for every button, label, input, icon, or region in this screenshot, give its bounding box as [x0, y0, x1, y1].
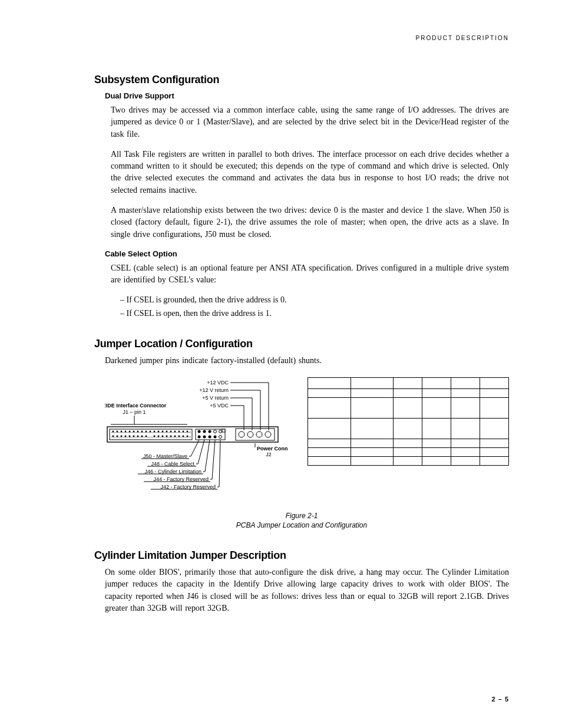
paragraph: CSEL (cable select) is an optional featu… [111, 262, 509, 286]
svg-point-36 [117, 436, 118, 437]
svg-point-28 [162, 431, 164, 433]
svg-point-49 [174, 436, 176, 437]
paragraph: Darkened jumper pins indicate factory-in… [105, 355, 509, 367]
svg-point-29 [166, 431, 168, 433]
figure-title: PCBA Jumper Location and Configuration [236, 521, 367, 529]
figure-number: Figure 2-1 [286, 512, 318, 520]
svg-point-40 [133, 436, 135, 437]
svg-point-50 [178, 436, 180, 437]
subheading-dual-drive-support: Dual Drive Support [105, 91, 509, 102]
svg-point-63 [219, 436, 222, 439]
svg-point-35 [113, 436, 114, 437]
svg-point-45 [158, 436, 160, 437]
svg-point-67 [247, 431, 253, 437]
paragraph: Two drives may be accessed via a common … [111, 104, 509, 140]
svg-point-56 [209, 430, 211, 433]
svg-point-58 [219, 430, 222, 433]
pcba-diagram: +12 VDC +12 V return +5 V return +5 VDC … [105, 377, 287, 499]
paragraph: On some older BIOS', primarily those tha… [105, 566, 509, 614]
svg-point-52 [187, 436, 189, 437]
page: PRODUCT DESCRIPTION Subsystem Configurat… [0, 0, 562, 728]
svg-point-27 [158, 431, 160, 433]
label-5vret: +5 V return [202, 395, 229, 401]
svg-point-30 [170, 431, 172, 433]
svg-point-42 [141, 436, 143, 437]
svg-point-19 [125, 431, 127, 433]
label-12vret: +12 V return [199, 387, 229, 393]
svg-point-62 [214, 436, 217, 439]
svg-point-61 [209, 436, 211, 439]
svg-point-55 [203, 430, 206, 433]
heading-cylinder-limitation: Cylinder Limitation Jumper Description [94, 548, 509, 563]
bullet-item: – If CSEL is grounded, then the drive ad… [120, 294, 509, 306]
svg-point-22 [137, 431, 139, 433]
svg-line-73 [205, 440, 210, 472]
svg-point-18 [121, 431, 123, 433]
label-j2: J2 [266, 452, 272, 457]
heading-jumper-location: Jumper Location / Configuration [94, 336, 509, 351]
svg-point-25 [150, 431, 151, 433]
svg-point-39 [129, 436, 131, 437]
page-number: 2 – 5 [492, 695, 509, 704]
label-power-connector: Power Connector [257, 446, 287, 452]
paragraph: All Task File registers are written in p… [111, 149, 509, 196]
svg-point-59 [198, 436, 201, 439]
svg-point-54 [198, 430, 201, 433]
svg-point-41 [137, 436, 139, 437]
svg-line-72 [198, 440, 204, 464]
svg-point-68 [256, 431, 262, 437]
svg-point-21 [133, 431, 135, 433]
svg-point-34 [187, 431, 189, 433]
label-j1pin1: J1 – pin 1 [123, 409, 146, 415]
svg-point-26 [154, 431, 156, 433]
svg-point-17 [117, 431, 118, 433]
bullet-item: – If CSEL is open, then the drive addres… [120, 308, 509, 319]
label-12vdc: +12 VDC [207, 380, 229, 386]
figure-caption: Figure 2-1 PCBA Jumper Location and Conf… [94, 511, 509, 530]
svg-point-44 [154, 436, 156, 437]
svg-point-20 [129, 431, 131, 433]
svg-point-69 [265, 431, 271, 437]
svg-point-32 [178, 431, 180, 433]
svg-point-51 [183, 436, 184, 437]
svg-point-47 [166, 436, 168, 437]
running-header: PRODUCT DESCRIPTION [416, 34, 509, 43]
svg-point-31 [174, 431, 176, 433]
svg-point-24 [146, 431, 147, 433]
svg-point-33 [183, 431, 184, 433]
svg-rect-15 [111, 434, 190, 437]
svg-point-48 [170, 436, 172, 437]
label-5vdc: +5 VDC [210, 403, 229, 409]
figure-2-1: +12 VDC +12 V return +5 V return +5 VDC … [105, 377, 509, 499]
svg-point-23 [141, 431, 143, 433]
svg-point-46 [162, 436, 164, 437]
paragraph: A master/slave relationship exists betwe… [111, 205, 509, 241]
svg-point-37 [121, 436, 123, 437]
content-body: Subsystem Configuration Dual Drive Suppo… [94, 72, 509, 614]
jumper-config-table [308, 377, 509, 466]
svg-line-74 [212, 440, 215, 479]
svg-line-75 [219, 440, 220, 487]
svg-point-57 [214, 430, 217, 433]
subheading-cable-select-option: Cable Select Option [105, 249, 509, 260]
heading-subsystem-configuration: Subsystem Configuration [94, 72, 509, 87]
svg-point-16 [113, 431, 114, 433]
svg-point-66 [239, 431, 244, 437]
svg-point-38 [125, 436, 127, 437]
label-eide: EIDE Interface Connector [105, 403, 167, 409]
svg-point-60 [203, 436, 206, 439]
svg-point-43 [146, 436, 147, 437]
svg-rect-64 [222, 429, 225, 432]
